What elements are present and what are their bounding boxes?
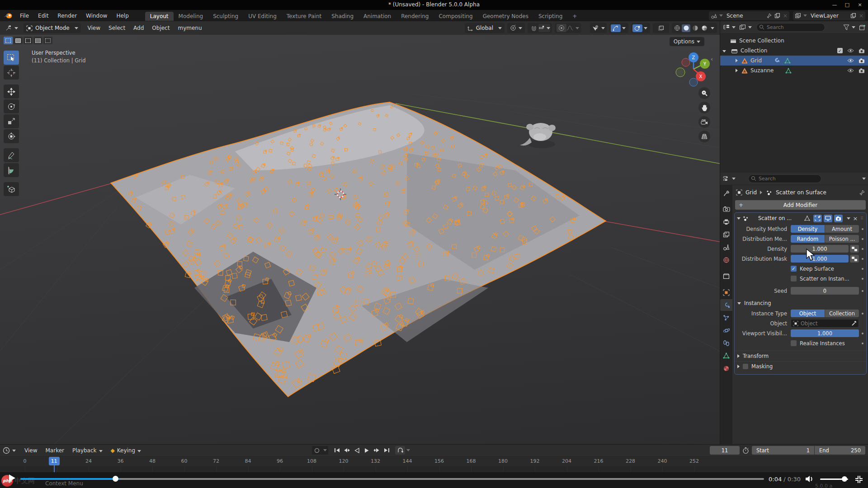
outliner-row-collection[interactable]: Collection ✓ bbox=[720, 46, 868, 56]
scene-selector[interactable]: Scene × bbox=[709, 11, 789, 20]
workspace-tab-texture-paint[interactable]: Texture Paint bbox=[282, 12, 326, 21]
copy-viewlayer-icon[interactable] bbox=[850, 13, 856, 19]
jump-to-end-button[interactable] bbox=[382, 446, 392, 455]
viewport-menu-select[interactable]: Select bbox=[104, 23, 129, 33]
options-button[interactable]: Options bbox=[670, 37, 704, 46]
tool-measure[interactable] bbox=[4, 163, 19, 177]
breadcrumb-modifier[interactable]: Scatter on Surface bbox=[776, 189, 856, 196]
shading-material-button[interactable] bbox=[691, 24, 699, 32]
keep-surface-checkbox[interactable]: ✓ bbox=[791, 266, 797, 272]
outliner-search-input[interactable] bbox=[756, 23, 825, 32]
auto-keyframe-dropdown[interactable] bbox=[322, 446, 328, 455]
ruler-tick-252[interactable]: 252 bbox=[688, 458, 701, 464]
viewport-menu-mymenu[interactable]: mymenu bbox=[174, 23, 206, 33]
distribution-random[interactable]: Random bbox=[791, 235, 825, 243]
tab-world[interactable] bbox=[720, 254, 732, 266]
ruler-tick-156[interactable]: 156 bbox=[433, 458, 446, 464]
seed-value-field[interactable]: 0 bbox=[791, 287, 859, 295]
player-progress-track[interactable] bbox=[20, 478, 764, 480]
ruler-tick-216[interactable]: 216 bbox=[592, 458, 605, 464]
shading-wireframe-button[interactable] bbox=[673, 24, 681, 32]
breadcrumb-object[interactable]: Grid bbox=[745, 189, 757, 196]
jump-to-start-button[interactable] bbox=[332, 446, 342, 455]
tab-physics[interactable] bbox=[720, 324, 732, 336]
copy-scene-icon[interactable] bbox=[774, 13, 780, 19]
drag-handle-icon[interactable]: ⠿ bbox=[860, 216, 864, 221]
outliner-row-scene-collection[interactable]: Scene Collection bbox=[720, 36, 868, 46]
ruler-tick-24[interactable]: 24 bbox=[82, 458, 95, 464]
navigation-gizmo[interactable]: Z Y X bbox=[673, 47, 716, 93]
modifier-on-cage-toggle[interactable] bbox=[813, 215, 822, 222]
tool-cursor[interactable] bbox=[4, 66, 19, 80]
playhead[interactable]: 11 bbox=[49, 457, 60, 465]
viewlayer-selector[interactable]: ViewLayer × bbox=[793, 11, 865, 20]
viewport-menu-add[interactable]: Add bbox=[129, 23, 148, 33]
snap-toggle[interactable] bbox=[529, 24, 538, 32]
distribution-mask-texture-button[interactable] bbox=[850, 255, 859, 263]
properties-search-input[interactable] bbox=[748, 174, 821, 183]
hide-eye-icon[interactable] bbox=[847, 68, 854, 73]
select-mode-invert[interactable] bbox=[33, 37, 42, 44]
workspace-tab-animation[interactable]: Animation bbox=[359, 12, 396, 21]
player-play-icon[interactable] bbox=[9, 474, 15, 482]
properties-editor-icon[interactable] bbox=[723, 176, 730, 182]
unlink-scene-icon[interactable]: × bbox=[783, 13, 788, 19]
pin-icon[interactable] bbox=[767, 13, 772, 19]
workspace-tab-layout[interactable]: Layout bbox=[145, 12, 174, 21]
eyedropper-icon[interactable] bbox=[851, 321, 857, 326]
workspace-tab-geometry-nodes[interactable]: Geometry Nodes bbox=[478, 12, 533, 21]
ruler-tick-228[interactable]: 228 bbox=[624, 458, 637, 464]
pan-view-button[interactable] bbox=[698, 102, 710, 113]
remove-modifier-icon[interactable]: × bbox=[853, 215, 858, 222]
viewlayer-name[interactable]: ViewLayer bbox=[811, 13, 847, 19]
menu-help[interactable]: Help bbox=[112, 11, 133, 20]
distribution-mask-value-field[interactable]: 1.000 bbox=[791, 255, 849, 263]
shading-solid-button[interactable] bbox=[682, 24, 690, 32]
animate-dot[interactable] bbox=[859, 278, 866, 280]
snap-target-dropdown[interactable] bbox=[538, 24, 550, 32]
animate-dot[interactable] bbox=[859, 228, 866, 230]
axis-x-neg[interactable] bbox=[682, 58, 690, 66]
modifier-panel-header[interactable]: Scatter on ... × ⠿ bbox=[735, 213, 866, 224]
viewport-menu-view[interactable]: View bbox=[84, 23, 104, 33]
filter-icon[interactable] bbox=[843, 24, 849, 30]
disable-render-icon[interactable] bbox=[859, 68, 865, 73]
tab-material[interactable] bbox=[720, 362, 732, 374]
outliner-editor-icon[interactable] bbox=[723, 24, 730, 30]
timeline-editor-icon[interactable] bbox=[3, 447, 10, 454]
tool-move[interactable] bbox=[4, 84, 19, 99]
mode-dropdown[interactable]: Object Mode bbox=[24, 23, 81, 33]
menu-file[interactable]: File bbox=[15, 11, 33, 20]
axis-z-neg[interactable] bbox=[689, 78, 698, 86]
workspace-tab-rendering[interactable]: Rendering bbox=[396, 12, 434, 21]
menu-edit[interactable]: Edit bbox=[33, 11, 53, 20]
hide-eye-icon[interactable] bbox=[847, 48, 854, 53]
proportional-edit-toggle[interactable] bbox=[557, 24, 566, 32]
volume-icon[interactable] bbox=[805, 474, 815, 483]
tab-particles[interactable] bbox=[720, 312, 732, 324]
add-modifier-button[interactable]: + Add Modifier bbox=[735, 200, 866, 210]
exit-fullscreen-icon[interactable] bbox=[854, 475, 863, 484]
outliner-row-suzanne[interactable]: Suzanne bbox=[720, 66, 868, 75]
ruler-tick-96[interactable]: 96 bbox=[273, 458, 287, 464]
scene-name[interactable]: Scene bbox=[726, 13, 763, 19]
select-mode-intersect[interactable] bbox=[43, 37, 52, 44]
suzanne-object[interactable] bbox=[520, 123, 556, 148]
timeline-menu-keying[interactable]: ◆Keying bbox=[107, 446, 146, 455]
transform-orientation-dropdown[interactable]: Global bbox=[465, 23, 505, 33]
toggle-ortho-button[interactable] bbox=[698, 131, 710, 142]
pin-id-icon[interactable] bbox=[859, 190, 865, 196]
timeline-ruler[interactable]: 0243648607284961081201321441561681801922… bbox=[0, 456, 868, 467]
density-method-density[interactable]: Density bbox=[791, 225, 825, 233]
distribution-poisson[interactable]: Poisson ... bbox=[825, 235, 859, 243]
modifier-edit-mode-toggle[interactable] bbox=[803, 215, 811, 222]
ruler-tick-240[interactable]: 240 bbox=[656, 458, 669, 464]
density-texture-button[interactable] bbox=[850, 245, 859, 253]
instance-type-collection[interactable]: Collection bbox=[825, 310, 859, 317]
animate-dot[interactable] bbox=[859, 258, 866, 260]
ruler-tick-180[interactable]: 180 bbox=[496, 458, 510, 464]
instancing-subpanel-header[interactable]: Instancing bbox=[735, 298, 866, 308]
outliner-row-grid[interactable]: Grid bbox=[720, 56, 868, 66]
scatter-on-instances-checkbox[interactable] bbox=[791, 276, 797, 282]
viewport-canvas[interactable]: User Perspective (11) Collection | Grid … bbox=[0, 35, 720, 444]
